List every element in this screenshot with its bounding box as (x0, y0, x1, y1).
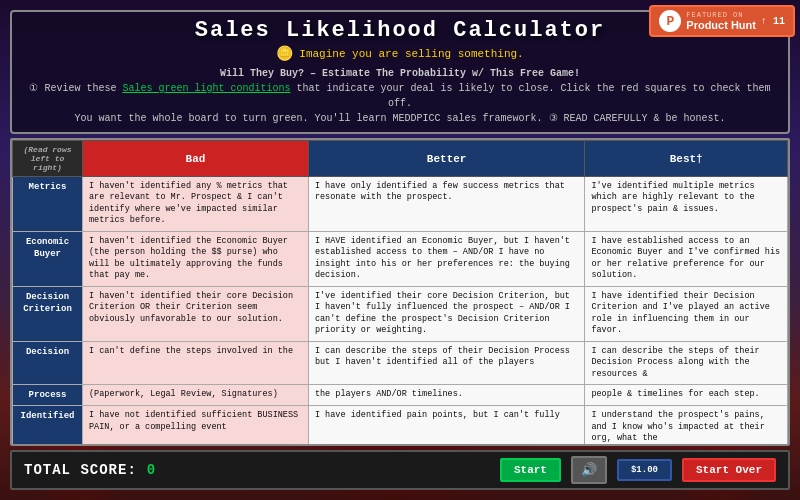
row-label[interactable]: Decision Criterion (13, 286, 83, 341)
score-button[interactable]: $1.00 (617, 459, 672, 481)
ph-count: ↑ 11 (761, 16, 785, 27)
coin-icon: 🪙 (276, 45, 293, 62)
bad-cell[interactable]: I haven't identified their core Decision… (83, 286, 309, 341)
table-row: IdentifiedI have not identified sufficie… (13, 406, 788, 446)
ph-name: Product Hunt (686, 19, 756, 31)
product-hunt-text: FEATURED ON Product Hunt (686, 11, 756, 31)
desc2: that indicate your deal is likely to clo… (290, 83, 554, 94)
description-line: Will They Buy? – Estimate The Probabilit… (24, 66, 776, 126)
best-cell[interactable]: I can describe the steps of their Decisi… (585, 341, 788, 384)
bad-cell[interactable]: (Paperwork, Legal Review, Signatures) (83, 385, 309, 406)
col-header-label: (Read rows left to right) (13, 141, 83, 177)
desc4: You want the whole board to turn green. … (74, 113, 542, 124)
table-wrapper: (Read rows left to right) Bad Better Bes… (10, 138, 790, 446)
score-bar: TOTAL SCORE: 0 Start 🔊 $1.00 Start Over (10, 450, 790, 490)
desc1: Review these (44, 83, 122, 94)
best-cell[interactable]: I've identified multiple metrics which a… (585, 177, 788, 232)
bad-cell[interactable]: I haven't identified the Economic Buyer … (83, 231, 309, 286)
product-hunt-logo: P (659, 10, 681, 32)
subtitle: 🪙 Imagine you are selling something. (24, 45, 776, 62)
table-row: MetricsI haven't identified any % metric… (13, 177, 788, 232)
row-label[interactable]: Decision (13, 341, 83, 384)
table-row: Process(Paperwork, Legal Review, Signatu… (13, 385, 788, 406)
better-cell[interactable]: I have identified pain points, but I can… (308, 406, 584, 446)
col-header-best: Best† (585, 141, 788, 177)
table-row: DecisionI can't define the steps involve… (13, 341, 788, 384)
table-row: Decision CriterionI haven't identified t… (13, 286, 788, 341)
subtitle-text: Imagine you are selling something. (299, 48, 523, 60)
col-header-better: Better (308, 141, 584, 177)
better-cell[interactable]: the players AND/OR timelines. (308, 385, 584, 406)
table-row: Economic BuyerI haven't identified the E… (13, 231, 788, 286)
bad-cell[interactable]: I haven't identified any % metrics that … (83, 177, 309, 232)
main-container: Sales Likelihood Calculator 🪙 Imagine yo… (10, 10, 790, 490)
score-label: TOTAL SCORE: (24, 462, 137, 478)
better-cell[interactable]: I can describe the steps of their Decisi… (308, 341, 584, 384)
best-cell[interactable]: I understand the prospect's pains, and I… (585, 406, 788, 446)
best-cell[interactable]: I have identified their Decision Criteri… (585, 286, 788, 341)
tagline: Will They Buy? – Estimate The Probabilit… (220, 68, 580, 79)
row-label[interactable]: Economic Buyer (13, 231, 83, 286)
green-link: Sales green light conditions (122, 83, 290, 94)
bad-cell[interactable]: I can't define the steps involved in the (83, 341, 309, 384)
better-cell[interactable]: I HAVE identified an Economic Buyer, but… (308, 231, 584, 286)
product-hunt-badge[interactable]: P FEATURED ON Product Hunt ↑ 11 (649, 5, 795, 37)
sound-button[interactable]: 🔊 (571, 456, 607, 484)
start-button[interactable]: Start (500, 458, 561, 482)
row-label[interactable]: Process (13, 385, 83, 406)
best-cell[interactable]: I have established access to an Economic… (585, 231, 788, 286)
better-cell[interactable]: I've identified their core Decision Crit… (308, 286, 584, 341)
start-over-button[interactable]: Start Over (682, 458, 776, 482)
ph-featured-label: FEATURED ON (686, 11, 756, 19)
row-label[interactable]: Identified (13, 406, 83, 446)
col-header-bad: Bad (83, 141, 309, 177)
row-label[interactable]: Metrics (13, 177, 83, 232)
sales-table: (Read rows left to right) Bad Better Bes… (12, 140, 788, 446)
score-value: 0 (147, 462, 155, 478)
better-cell[interactable]: I have only identified a few success met… (308, 177, 584, 232)
best-cell[interactable]: people & timelines for each step. (585, 385, 788, 406)
desc5: READ CAREFULLY & be honest. (564, 113, 726, 124)
bad-cell[interactable]: I have not identified sufficient BUSINES… (83, 406, 309, 446)
